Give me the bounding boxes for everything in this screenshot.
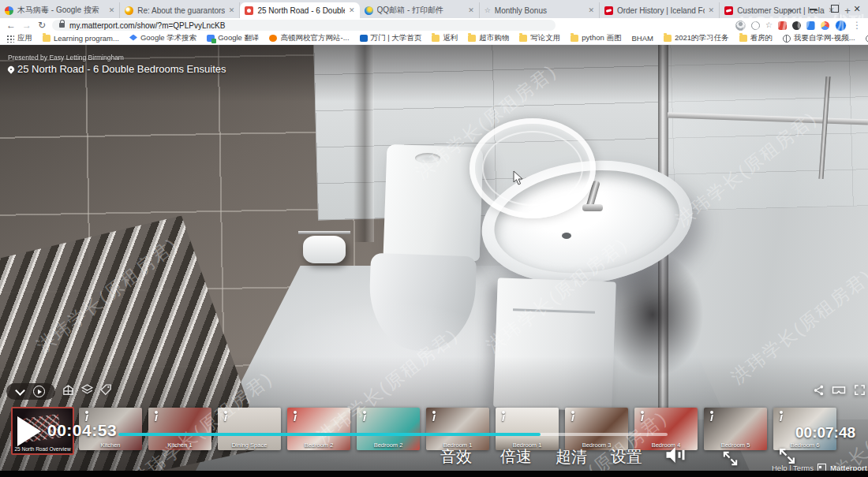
walk-icon [638, 411, 645, 421]
tab-matterport-active[interactable]: 25 North Road - 6 Double Be ✕ [240, 2, 359, 18]
floorplan-view-icon[interactable] [80, 383, 94, 397]
tab-monthly-bonus[interactable]: ☆ Monthly Bonus ✕ [480, 2, 600, 18]
highlight-thumb[interactable]: Dining Space [218, 408, 281, 450]
tab-close-icon[interactable]: ✕ [349, 6, 355, 14]
tour-title-row: 25 North Road - 6 Double Bedrooms Ensuit… [8, 63, 226, 75]
favicon-iceland-icon [604, 6, 613, 15]
dark-extension-icon[interactable] [792, 21, 801, 30]
tab-title: QQ邮箱 - 打印邮件 [377, 5, 465, 16]
tab-close-icon[interactable]: ✕ [588, 6, 594, 14]
tab-qq-mail[interactable]: QQ邮箱 - 打印邮件 ✕ [360, 2, 480, 18]
bookmark-item[interactable]: 返利 [432, 33, 458, 43]
bookmark-item[interactable]: 我要自学网-视频... [783, 33, 855, 43]
translate-icon [207, 35, 215, 42]
bookmark-item[interactable]: Learning program... [43, 34, 119, 43]
navigation-reticle[interactable] [470, 118, 596, 218]
bookmark-item[interactable]: 写论文用 [519, 33, 560, 43]
tab-close-icon[interactable]: ✕ [229, 6, 235, 14]
sound-effects-button[interactable]: 音效 [440, 446, 472, 468]
link-extension-icon[interactable] [751, 21, 760, 30]
bookmark-apps[interactable]: 应用 [6, 33, 32, 43]
bookmark-item[interactable]: 高顿网校官方网站-... [269, 33, 349, 43]
mini-player-icon[interactable] [721, 449, 739, 468]
address-bar[interactable]: my.matterport.com/show/?m=QPLPvyLncKB [52, 20, 556, 31]
vr-headset-icon[interactable] [832, 386, 846, 396]
playback-speed-button[interactable]: 倍速 [500, 446, 532, 468]
maximize-button[interactable] [824, 5, 846, 14]
tag-icon[interactable] [99, 383, 113, 397]
tab-close-icon[interactable]: ✕ [468, 6, 474, 14]
highlight-thumb[interactable]: Bedroom 1 [426, 408, 489, 450]
color-extension-icon[interactable] [821, 21, 829, 30]
tab-search-icon[interactable]: ⌄ [780, 4, 802, 14]
forward-icon[interactable]: → [22, 20, 32, 30]
blue-extension-icon[interactable] [806, 21, 815, 30]
highlight-thumb[interactable]: Bedroom 4 [634, 408, 698, 450]
reload-icon[interactable]: ↻ [38, 20, 46, 30]
highlight-thumb[interactable]: Bedroom 3 [565, 408, 628, 450]
folder-icon [739, 35, 747, 42]
red-extension-icon[interactable] [778, 21, 787, 30]
tab-title: Re: About the guarantors for [137, 6, 225, 15]
walk-icon [291, 411, 298, 421]
walk-icon [499, 411, 507, 421]
letterbox-strip [0, 471, 868, 477]
highlight-thumb[interactable]: Bedroom 5 [704, 408, 767, 450]
bookmark-item[interactable]: 2021的学习任务 [664, 33, 729, 43]
bookmark-item[interactable]: python 画图 [571, 33, 621, 43]
matterport-3d-viewport[interactable] [0, 45, 868, 471]
bookmark-item[interactable]: 万门 | 大学首页 [360, 33, 422, 43]
tour-title: 25 North Road - 6 Double Bedrooms Ensuit… [17, 63, 226, 75]
highlight-thumb[interactable]: Bedroom 1 [496, 408, 559, 450]
tab-iceland-orders[interactable]: Order History | Iceland Foods ✕ [600, 2, 720, 18]
tab-title: Order History | Iceland Foods [617, 6, 705, 15]
location-pin-icon [6, 65, 15, 73]
highlight-thumb[interactable]: Bedroom 2 [287, 408, 350, 450]
apps-grid-icon [6, 35, 14, 43]
toilet-roll-holder [298, 231, 350, 234]
walk-icon [569, 411, 576, 421]
kebab-menu-icon[interactable]: ⋮ [852, 20, 862, 30]
browser-tab-bar: 木马病毒 - Google 搜索 ✕ Re: About the guarant… [0, 0, 868, 18]
dollhouse-view-icon[interactable] [62, 383, 75, 397]
bookmark-item[interactable]: Google 翻译 [207, 33, 259, 43]
url-text: my.matterport.com/show/?m=QPLPvyLncKB [69, 21, 225, 30]
browser-toolbar: ← → ↻ my.matterport.com/show/?m=QPLPvyLn… [0, 18, 868, 32]
walk-icon [222, 411, 229, 421]
bookmark-star-icon[interactable]: ☆ [765, 21, 773, 29]
back-icon[interactable]: ← [6, 20, 16, 30]
highlight-thumb[interactable]: Kitchen 1 [148, 408, 211, 450]
total-time: 00:07:48 [795, 424, 855, 442]
toilet-flush-button [415, 153, 440, 163]
settings-button[interactable]: 设置 [611, 446, 642, 468]
tab-google-search[interactable]: 木马病毒 - Google 搜索 ✕ [0, 2, 120, 18]
highlight-thumb[interactable]: Bedroom 2 [357, 408, 420, 450]
tab-guarantors-mail[interactable]: Re: About the guarantors for ✕ [120, 2, 240, 18]
bookmark-item[interactable]: Google 学术搜索 [129, 33, 196, 43]
tab-close-icon[interactable]: ✕ [709, 6, 715, 14]
bookmark-item[interactable]: 超市购物 [468, 33, 509, 43]
tab-title: 25 North Road - 6 Double Be [257, 6, 345, 15]
fullscreen-icon[interactable] [854, 384, 866, 396]
bookmark-item[interactable]: 看房的 [739, 33, 773, 43]
profile-extension-icon[interactable] [735, 20, 746, 31]
tour-controls-pill [6, 383, 55, 400]
autoplay-icon[interactable] [33, 386, 45, 397]
player-play-button[interactable] [17, 416, 41, 446]
tab-close-icon[interactable]: ✕ [109, 6, 115, 14]
bookmark-item[interactable]: BHAM [632, 34, 653, 43]
share-icon[interactable] [813, 384, 825, 397]
collapse-chevron-icon[interactable] [15, 386, 25, 396]
folder-icon [468, 35, 476, 42]
seek-bar-progress[interactable] [118, 433, 541, 436]
globe-icon [783, 35, 791, 43]
lock-icon [59, 23, 65, 28]
quality-button[interactable]: 超清 [556, 446, 587, 468]
minimize-button[interactable] [802, 5, 824, 14]
avatar[interactable] [835, 20, 847, 32]
video-frame: 木马病毒 - Google 搜索 ✕ Re: About the guarant… [0, 0, 868, 477]
close-window-button[interactable]: ✕ [846, 4, 868, 14]
volume-icon[interactable] [664, 445, 688, 465]
favicon-iceland-icon [724, 6, 733, 15]
tour-header: Presented by Easy Letting Birmingham 25 … [8, 54, 226, 75]
